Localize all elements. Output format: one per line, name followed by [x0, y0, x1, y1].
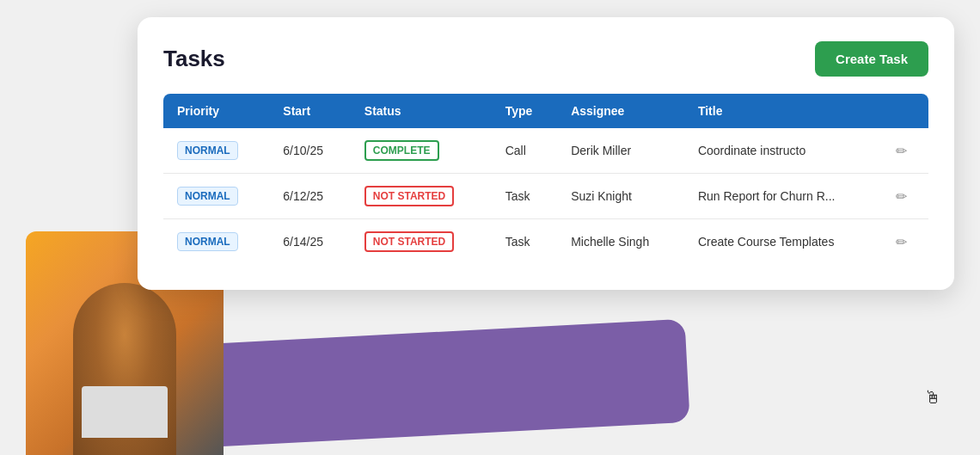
cell-type: Task	[492, 174, 557, 219]
cell-title: Create Course Templates	[684, 219, 882, 265]
page-title: Tasks	[163, 46, 225, 72]
cell-status: NOT STARTED	[351, 174, 492, 219]
col-actions	[882, 94, 928, 128]
cell-assignee: Suzi Knight	[557, 174, 684, 219]
cell-priority: NORMAL	[163, 219, 269, 265]
cell-title: Coordinate instructo	[684, 128, 882, 174]
edit-icon[interactable]: ✏	[896, 189, 907, 204]
cell-start: 6/14/25	[269, 219, 351, 265]
status-badge: NOT STARTED	[364, 231, 454, 252]
priority-badge: NORMAL	[177, 232, 238, 251]
tasks-card: Tasks Create Task Priority Start Status …	[138, 17, 954, 290]
tasks-table: Priority Start Status Type Assignee Titl…	[163, 94, 928, 264]
col-title: Title	[684, 94, 882, 128]
priority-badge: NORMAL	[177, 187, 238, 206]
status-badge: NOT STARTED	[364, 186, 454, 206]
cell-status: COMPLETE	[351, 128, 492, 174]
table-row: NORMAL6/10/25COMPLETECallDerik MillerCoo…	[163, 128, 928, 174]
priority-badge: NORMAL	[177, 141, 238, 160]
cell-edit: ✏	[882, 128, 928, 174]
col-status: Status	[351, 94, 492, 128]
table-body: NORMAL6/10/25COMPLETECallDerik MillerCoo…	[163, 128, 928, 264]
table-header: Priority Start Status Type Assignee Titl…	[163, 94, 928, 128]
col-type: Type	[492, 94, 557, 128]
col-start: Start	[269, 94, 351, 128]
table-header-row: Priority Start Status Type Assignee Titl…	[163, 94, 928, 128]
cell-type: Call	[492, 128, 557, 174]
cell-start: 6/12/25	[269, 174, 351, 219]
status-badge: COMPLETE	[364, 140, 439, 161]
card-header: Tasks Create Task	[163, 41, 928, 77]
edit-icon[interactable]: ✏	[896, 235, 907, 249]
create-task-button[interactable]: Create Task	[815, 41, 928, 77]
cell-assignee: Michelle Singh	[557, 219, 684, 265]
cell-priority: NORMAL	[163, 128, 269, 174]
cell-start: 6/10/25	[269, 128, 351, 174]
cell-status: NOT STARTED	[351, 219, 492, 265]
col-priority: Priority	[163, 94, 269, 128]
edit-icon[interactable]: ✏	[896, 144, 907, 158]
table-row: NORMAL6/12/25NOT STARTEDTaskSuzi KnightR…	[163, 174, 928, 219]
table-row: NORMAL6/14/25NOT STARTEDTaskMichelle Sin…	[163, 219, 928, 265]
cursor-indicator: 🖱	[924, 388, 941, 408]
cell-priority: NORMAL	[163, 174, 269, 219]
cell-edit: ✏	[882, 174, 928, 219]
cell-type: Task	[492, 219, 557, 265]
cell-title: Run Report for Churn R...	[684, 174, 882, 219]
cell-edit: ✏	[882, 219, 928, 265]
col-assignee: Assignee	[557, 94, 684, 128]
cell-assignee: Derik Miller	[557, 128, 684, 174]
